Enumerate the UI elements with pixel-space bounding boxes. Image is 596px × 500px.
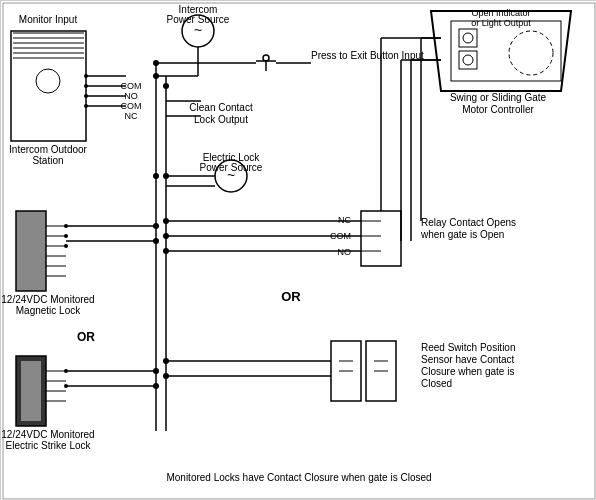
svg-rect-65 <box>21 361 41 421</box>
svg-text:Power Source: Power Source <box>167 14 230 25</box>
svg-rect-78 <box>459 29 477 47</box>
svg-text:Lock Output: Lock Output <box>194 114 248 125</box>
svg-text:Motor Controller: Motor Controller <box>462 104 534 115</box>
svg-point-130 <box>153 60 159 66</box>
svg-text:Monitor Input: Monitor Input <box>19 14 78 25</box>
svg-text:COM: COM <box>121 81 142 91</box>
svg-point-126 <box>153 73 159 79</box>
svg-point-128 <box>163 83 169 89</box>
svg-text:12/24VDC Monitored: 12/24VDC Monitored <box>1 429 94 440</box>
svg-text:Open Indicator: Open Indicator <box>471 8 530 18</box>
svg-point-104 <box>163 218 169 224</box>
svg-rect-80 <box>459 51 477 69</box>
svg-point-133 <box>153 368 159 374</box>
svg-text:or Light Output: or Light Output <box>471 18 531 28</box>
svg-point-120 <box>163 358 169 364</box>
svg-text:Closure when gate is: Closure when gate is <box>421 366 514 377</box>
svg-text:Reed Switch Position: Reed Switch Position <box>421 342 516 353</box>
svg-point-129 <box>163 173 169 179</box>
svg-point-132 <box>153 238 159 244</box>
svg-text:Clean Contact: Clean Contact <box>189 102 253 113</box>
svg-text:Relay Contact Opens: Relay Contact Opens <box>421 217 516 228</box>
svg-text:NO: NO <box>338 247 352 257</box>
svg-text:Swing or Sliding Gate: Swing or Sliding Gate <box>450 92 547 103</box>
svg-text:Sensor have Contact: Sensor have Contact <box>421 354 515 365</box>
svg-text:NC: NC <box>125 111 138 121</box>
svg-text:Station: Station <box>32 155 63 166</box>
svg-text:NC: NC <box>338 215 351 225</box>
svg-point-58 <box>64 244 68 248</box>
svg-point-121 <box>163 373 169 379</box>
svg-point-127 <box>153 173 159 179</box>
svg-point-9 <box>36 69 60 93</box>
svg-text:COM: COM <box>121 101 142 111</box>
svg-text:NO: NO <box>124 91 138 101</box>
svg-text:Power Source: Power Source <box>200 162 263 173</box>
svg-point-57 <box>64 234 68 238</box>
svg-text:Electric Strike Lock: Electric Strike Lock <box>5 440 91 451</box>
svg-point-131 <box>153 223 159 229</box>
svg-point-105 <box>163 233 169 239</box>
svg-text:Magnetic Lock: Magnetic Lock <box>16 305 81 316</box>
svg-text:when gate is Open: when gate is Open <box>420 229 504 240</box>
svg-rect-92 <box>361 211 401 266</box>
svg-text:Intercom Outdoor: Intercom Outdoor <box>9 144 87 155</box>
svg-text:Closed: Closed <box>421 378 452 389</box>
svg-rect-49 <box>16 211 46 291</box>
svg-point-134 <box>153 383 159 389</box>
svg-text:Monitored Locks have Contact C: Monitored Locks have Contact Closure whe… <box>166 472 431 483</box>
diagram-container: Monitor Input Intercom Outdoor Station ~… <box>0 0 596 500</box>
svg-text:OR: OR <box>281 289 301 304</box>
svg-point-106 <box>163 248 169 254</box>
svg-text:12/24VDC Monitored: 12/24VDC Monitored <box>1 294 94 305</box>
svg-text:OR: OR <box>77 330 95 344</box>
